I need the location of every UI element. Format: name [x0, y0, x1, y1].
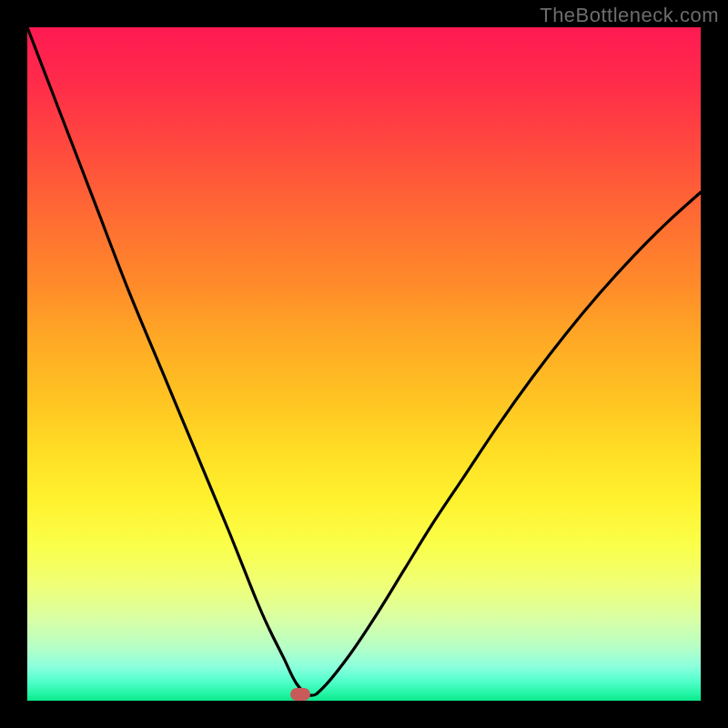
- plot-area: [27, 27, 701, 701]
- watermark-text: TheBottleneck.com: [540, 4, 719, 27]
- bottleneck-curve: [27, 27, 701, 701]
- chart-frame: TheBottleneck.com: [0, 0, 728, 728]
- optimal-point-marker: [290, 688, 310, 701]
